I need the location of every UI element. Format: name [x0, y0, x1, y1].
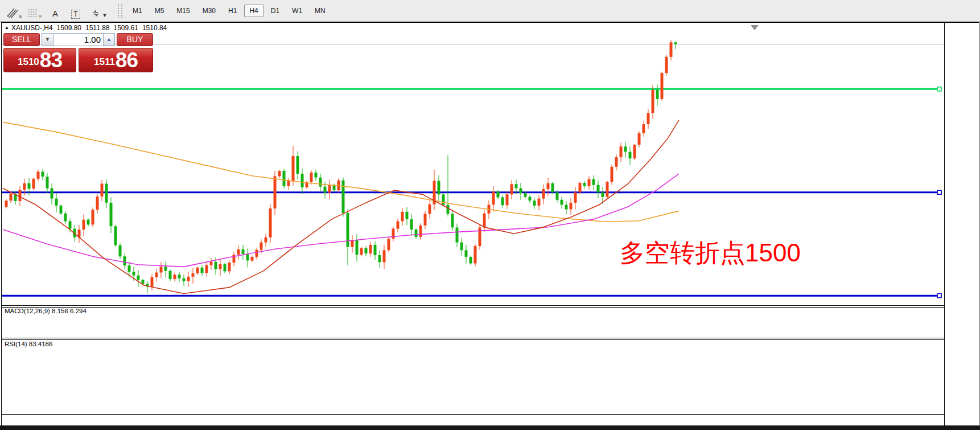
timeframe-button-d1[interactable]: D1 — [266, 5, 285, 17]
sell-price-box[interactable]: 1510 83 — [3, 48, 76, 72]
grid-tool-sub: F — [39, 14, 42, 19]
sell-price-big: 83 — [40, 50, 62, 71]
pattern-tool-icon — [6, 7, 19, 19]
text-tool-icon: A — [52, 9, 58, 19]
macd-plot[interactable] — [2, 307, 944, 338]
volume-down-button[interactable]: ▼ — [42, 33, 53, 46]
chart-text-annotation: 多空转折点1500 — [620, 239, 801, 267]
time-axis[interactable] — [2, 414, 944, 427]
text-label-tool-button[interactable]: T — [66, 3, 85, 19]
collapse-triangle-icon[interactable]: ▲ — [5, 25, 9, 30]
chart-window: ▲XAUUSD-,H41509.801511.881509.611510.84 … — [1, 22, 979, 427]
timeframe-button-m1[interactable]: M1 — [127, 5, 147, 17]
buy-price-small: 1511 — [94, 54, 115, 71]
macd-label: MACD(12,26,9) 8.156 6.294 — [5, 308, 87, 314]
timeframe-button-w1[interactable]: W1 — [287, 5, 307, 17]
candles — [5, 40, 677, 293]
close-value: 1510.84 — [142, 24, 167, 32]
level-line-handle — [937, 294, 941, 298]
open-value: 1509.80 — [57, 24, 81, 32]
grid-tool-icon — [27, 9, 39, 19]
one-click-trade-widget: SELL ▼ ▲ BUY 1510 83 1511 86 — [3, 33, 153, 72]
sell-price-small: 1510 — [18, 54, 39, 71]
level-line-handle — [937, 87, 941, 91]
chart-shift-marker[interactable] — [751, 25, 759, 30]
chart-header: ▲XAUUSD-,H41509.801511.881509.611510.84 — [5, 24, 167, 32]
fast-ma-line — [3, 120, 679, 294]
toolbar-grip[interactable] — [118, 4, 122, 18]
text-label-tool-icon: T — [71, 10, 80, 19]
rsi-value: 83.4186 — [29, 341, 53, 347]
low-value: 1509.61 — [114, 24, 138, 32]
mid-ma-line — [3, 174, 679, 267]
pattern-tool-button[interactable]: E — [5, 3, 24, 19]
pattern-tool-sub: E — [19, 14, 22, 19]
timeframe-button-mn[interactable]: MN — [310, 5, 331, 17]
text-tool-button[interactable]: A — [46, 3, 65, 19]
buy-button[interactable]: BUY — [117, 33, 153, 46]
volume-up-button[interactable]: ▲ — [103, 33, 115, 46]
buy-price-big: 86 — [116, 50, 138, 71]
arrows-dropdown-caret: ▼ — [102, 12, 108, 19]
timeframe-button-m30[interactable]: M30 — [197, 5, 221, 17]
buy-price-box[interactable]: 1511 86 — [79, 48, 153, 72]
rsi-plot[interactable] — [2, 340, 944, 414]
high-value: 1511.88 — [85, 24, 110, 32]
arrows-tool-icon — [91, 9, 101, 19]
slow-ma-line — [3, 122, 679, 222]
volume-stepper: ▼ ▲ — [42, 33, 115, 46]
rsi-label: RSI(14) 83.4186 — [5, 341, 52, 347]
arrows-tool-button[interactable]: ▼ — [87, 3, 112, 19]
volume-input[interactable] — [53, 33, 103, 46]
timeframe-button-m15[interactable]: M15 — [171, 5, 195, 17]
symbol-period-label: XAUUSD-,H4 — [11, 24, 53, 32]
timeframe-button-m5[interactable]: M5 — [150, 5, 170, 17]
sell-button[interactable]: SELL — [3, 33, 40, 46]
bottom-strip — [0, 425, 980, 430]
price-axis[interactable] — [944, 23, 979, 426]
macd-values: 8.156 6.294 — [52, 308, 87, 314]
timeframe-bar: M1M5M15M30H1H4D1W1MN — [126, 5, 332, 17]
grid-tool-button[interactable]: F — [25, 3, 44, 19]
timeframe-button-h4[interactable]: H4 — [244, 5, 263, 17]
level-line-handle — [937, 190, 941, 194]
timeframe-button-h1[interactable]: H1 — [223, 5, 242, 17]
top-toolbar: E F A T ▼ M1M5M15M30H1H4D1W1MN — [0, 0, 980, 22]
